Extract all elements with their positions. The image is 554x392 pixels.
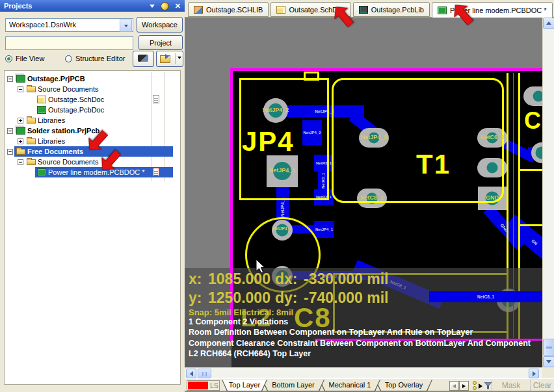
document-status-icon <box>153 95 159 103</box>
project-tree[interactable]: −Outstage.PrjPCB−Source DocumentsOutsatg… <box>4 70 181 385</box>
designator-jp4: JP4 <box>242 126 295 157</box>
silk-outline-t1 <box>332 78 504 203</box>
chevron-down-icon <box>124 25 128 27</box>
layer-tab-bottom-layer[interactable]: Bottom Layer <box>262 380 324 391</box>
tree-row-libraries[interactable]: +Libraries <box>5 115 180 125</box>
scroll-down-button[interactable] <box>543 356 554 367</box>
status-message-line: L2 RCH664 (RCH664) Top Layer <box>189 349 311 358</box>
document-tab-label: Outstage.PcbLib <box>371 6 424 14</box>
layer-scroll-right-button[interactable] <box>459 381 469 391</box>
silk-notch-jp4 <box>304 72 319 81</box>
project-button[interactable]: Project <box>138 35 183 50</box>
hud-x-row: x: 1085.000 dx: -330.000 mil <box>185 270 484 288</box>
tree-expander-icon[interactable]: − <box>7 76 13 82</box>
folder-icon <box>27 118 36 124</box>
panel-menu-icon[interactable] <box>150 5 155 8</box>
layer-scroll-left-button[interactable] <box>449 381 459 391</box>
tree-row-outsatge-schdoc[interactable]: Outsatge.SchDoc <box>5 94 180 105</box>
combo-dropdown-button[interactable] <box>120 20 132 32</box>
tree-item-label: Solder station.PrjPcb <box>27 125 99 136</box>
workspace-combo[interactable]: Workspace1.DsnWrk <box>5 18 133 32</box>
tree-expander-icon[interactable]: + <box>18 138 23 144</box>
panel-header: Projects ✕ <box>0 0 185 12</box>
pcbdoc-icon <box>37 168 46 176</box>
vertical-scrollbar[interactable] <box>542 18 554 367</box>
active-layer-color-swatch <box>188 382 208 389</box>
horizontal-scroll-thumb[interactable] <box>198 369 211 378</box>
tree-row-outstage-prjpcb[interactable]: −Outstage.PrjPCB <box>5 73 180 84</box>
folder-icon <box>27 159 36 165</box>
play-icon <box>479 384 482 389</box>
layer-tab-label: Top Layer <box>222 380 267 391</box>
arrow-left-icon <box>453 384 456 388</box>
scroll-right-button[interactable] <box>529 369 539 378</box>
silk-hline <box>520 224 542 226</box>
tree-expander-icon[interactable]: − <box>7 149 13 155</box>
layer-tab-top-layer[interactable]: Top Layer <box>222 380 267 391</box>
view-mode-row: File View Structure Editor <box>0 53 185 68</box>
tree-item-label: Source Documents <box>38 84 99 94</box>
tree-expander-icon[interactable]: − <box>7 128 13 134</box>
layer-filter-control[interactable] <box>471 380 491 391</box>
close-icon[interactable]: ✕ <box>175 3 181 10</box>
document-tab-outstage-pcblib[interactable]: Outstage.PcbLib <box>353 2 430 17</box>
folder-icon <box>16 149 25 155</box>
tree-expander-icon[interactable]: + <box>18 118 23 124</box>
layer-tab-mechanical-1[interactable]: Mechanical 1 <box>319 380 380 391</box>
schdoc-icon <box>37 96 46 103</box>
pad-net-label: NetJP4_2 <box>246 107 305 113</box>
pad-net-label: NetJP4_1 <box>253 167 311 174</box>
status-message-line: Component Clearance Constraint Between C… <box>189 339 531 348</box>
structure-editor-radio[interactable] <box>65 55 72 62</box>
vertical-scroll-thumb[interactable] <box>543 339 554 356</box>
document-tab-outstage-schlib[interactable]: Outstage.SCHLIB <box>188 2 269 17</box>
project-input[interactable] <box>5 36 133 50</box>
layer-dot-icon <box>473 386 477 390</box>
hud-dx-value: -330.000 mil <box>304 270 388 288</box>
schlib-icon <box>194 6 203 14</box>
tree-item-label: Outstage.PcbDoc <box>48 105 104 115</box>
arrow-right-icon <box>533 371 536 376</box>
prjpcb-icon <box>16 75 25 83</box>
tree-row-outstage-pcbdoc[interactable]: Outstage.PcbDoc <box>5 105 180 115</box>
designator-t1: T1 <box>416 149 451 180</box>
file-view-label: File View <box>16 55 44 62</box>
workspace-combo-value: Workspace1.DsnWrk <box>9 21 76 29</box>
schdoc-icon <box>276 6 285 14</box>
layer-tab-top-overlay[interactable]: Top Overlay <box>375 380 432 391</box>
file-view-radio[interactable] <box>5 55 12 62</box>
open-document-button[interactable] <box>156 51 183 67</box>
designator-c: C <box>524 107 542 135</box>
workspace-button[interactable]: Workspace <box>137 17 183 33</box>
tree-expander-icon[interactable]: − <box>18 159 23 165</box>
pin-icon[interactable] <box>159 1 170 12</box>
tree-row-source-documents[interactable]: −Source Documents <box>5 84 180 94</box>
horizontal-scrollbar[interactable] <box>185 367 542 378</box>
view-tool-icon <box>138 55 148 62</box>
hud-x-label: x: <box>189 270 202 288</box>
component-pad <box>523 86 542 106</box>
panel-view-button[interactable] <box>133 51 154 67</box>
document-tab-label: Outstage.SCHLIB <box>206 6 263 14</box>
pad-net-label: GND <box>463 194 521 201</box>
scroll-up-button[interactable] <box>543 18 554 29</box>
clear-button[interactable]: Clear <box>530 380 554 391</box>
mouse-cursor <box>256 259 267 274</box>
pcbdoc-icon <box>37 106 46 114</box>
layer-set-label: LS <box>210 382 218 389</box>
net-label: GN <box>531 238 538 246</box>
tree-item-label: Power line modem.PCBDOC * <box>48 167 145 177</box>
chevron-down-icon[interactable] <box>178 57 181 59</box>
scroll-left-button[interactable] <box>186 369 196 378</box>
mask-level-button[interactable]: Mask Level <box>492 380 530 391</box>
tree-expander-icon[interactable]: − <box>18 86 23 92</box>
tree-row-power-line-modem-pcbdoc-[interactable]: Power line modem.PCBDOC * <box>5 167 180 177</box>
layer-set-box[interactable]: LS <box>187 380 220 391</box>
hud-snap-info: Snap: 5mil Electrical: 8mil <box>189 307 293 317</box>
pad-net-label: NetC8_1 <box>343 194 401 201</box>
document-status-icon <box>153 168 159 176</box>
folder-icon <box>27 138 36 144</box>
hud-dy-value: -740.000 mil <box>304 289 388 307</box>
tree-row-source-documents[interactable]: −Source Documents <box>5 157 180 167</box>
pcb-editor-viewport[interactable]: JP4 T1 C L2 C8 x: 1085.000 dx: -330.000 … <box>185 18 542 367</box>
